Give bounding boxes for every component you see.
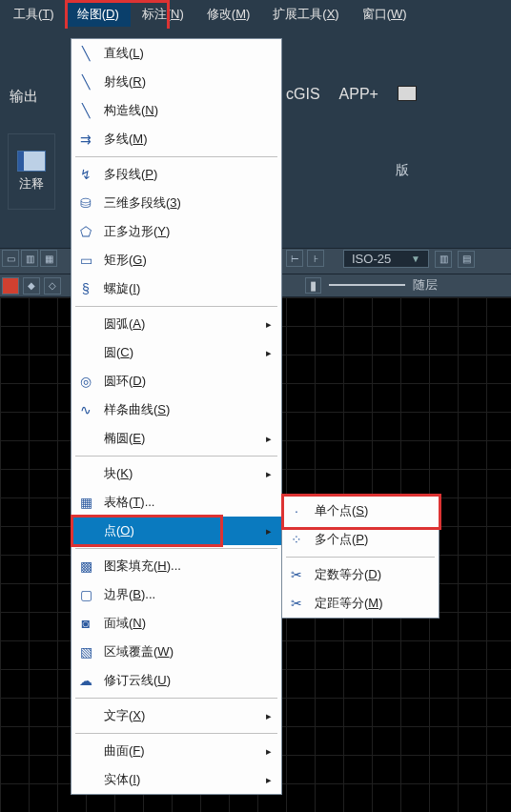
output-tab-label[interactable]: 输出 [10, 88, 38, 106]
wipeout-icon: ▧ [77, 643, 94, 660]
menu-helix[interactable]: §螺旋(I) [72, 274, 281, 303]
submenu-arrow-icon: ▸ [266, 468, 272, 480]
hatch-icon: ▩ [77, 558, 94, 575]
menu-ray-label: 射线(R) [104, 73, 272, 91]
polygon-icon: ⬠ [77, 223, 94, 240]
menu-polygon[interactable]: ⬠正多边形(Y) [72, 217, 281, 246]
menu-pline-label: 多段线(P) [104, 166, 272, 183]
point-submenu: ·单个点(S) ⁘多个点(P) ✂定数等分(D) ✂定距等分(M) [281, 496, 439, 619]
tab-cgis[interactable]: cGIS [286, 86, 320, 103]
submenu-measure-label: 定距等分(M) [315, 595, 429, 612]
layer-icon-2[interactable]: ◆ [23, 277, 40, 294]
menu-window[interactable]: 窗口(W) [351, 2, 419, 27]
menu-helix-label: 螺旋(I) [104, 280, 272, 297]
menu-arc[interactable]: 圆弧(A)▸ [72, 310, 281, 338]
menu-extensions[interactable]: 扩展工具(X) [261, 2, 350, 27]
menu-xline[interactable]: ╲构造线(N) [72, 96, 281, 125]
linetype-row[interactable]: ▮ 随层 [305, 276, 438, 294]
menu-polygon-label: 正多边形(Y) [104, 223, 272, 240]
xline-icon: ╲ [77, 102, 94, 119]
submenu-divide[interactable]: ✂定数等分(D) [282, 560, 439, 589]
chevron-down-icon: ▼ [411, 254, 420, 264]
menu-block[interactable]: 块(K)▸ [72, 459, 281, 488]
menu-wipeout[interactable]: ▧区域覆盖(W) [72, 638, 281, 666]
menu-block-label: 块(K) [104, 465, 256, 482]
submenu-measure[interactable]: ✂定距等分(M) [282, 589, 439, 618]
donut-icon: ◎ [77, 373, 94, 390]
pline3d-icon: ⛁ [77, 194, 94, 212]
menu-ellipse[interactable]: 椭圆(E)▸ [72, 424, 281, 453]
tool-icon-right-1[interactable]: ▥ [435, 251, 452, 268]
submenu-multiple-point[interactable]: ⁘多个点(P) [282, 525, 439, 554]
tab-app-plus[interactable]: APP+ [339, 86, 378, 103]
pline-icon: ↯ [77, 166, 94, 183]
tool-icon-3[interactable]: ▦ [40, 250, 57, 267]
menu-surface-label: 曲面(F) [104, 742, 256, 760]
menu-hatch-label: 图案填充(H)... [104, 558, 272, 575]
menu-line[interactable]: ╲直线(L) [72, 39, 281, 68]
submenu-divide-label: 定数等分(D) [315, 566, 429, 583]
menu-donut-label: 圆环(D) [104, 373, 272, 390]
menu-boundary[interactable]: ▢边界(B)... [72, 580, 281, 609]
line-icon: ╲ [77, 45, 94, 62]
menu-table[interactable]: ▦表格(T)... [72, 488, 281, 517]
menu-text[interactable]: 文字(X)▸ [72, 701, 281, 730]
region-icon: ◙ [77, 615, 94, 632]
single-point-icon: · [288, 502, 305, 519]
menu-annotate[interactable]: 标注(N) [131, 2, 195, 27]
submenu-single-point[interactable]: ·单个点(S) [282, 497, 439, 525]
dim-icon-1[interactable]: ⊢ [286, 250, 303, 267]
menu-rect-label: 矩形(G) [104, 252, 272, 269]
small-toolbar-icons: ▭ ▥ ▦ [2, 250, 57, 267]
menu-surface[interactable]: 曲面(F)▸ [72, 737, 281, 765]
annotation-label: 注释 [19, 175, 44, 193]
menu-modify[interactable]: 修改(M) [195, 2, 262, 27]
menu-separator [75, 698, 277, 699]
menu-region-label: 面域(N) [104, 615, 272, 632]
menu-separator [75, 306, 277, 307]
tool-icon-right-2[interactable]: ▤ [458, 251, 475, 268]
annotation-panel-button[interactable]: 注释 [8, 133, 55, 210]
right-tabs: cGIS APP+ [286, 86, 417, 103]
tool-icon-1[interactable]: ▭ [2, 250, 19, 267]
dimstyle-combo[interactable]: ISO-25 ▼ [343, 250, 429, 268]
menu-spline-label: 样条曲线(S) [104, 401, 272, 418]
submenu-multiple-label: 多个点(P) [315, 531, 429, 548]
panel-label: 版 [396, 162, 409, 179]
submenu-arrow-icon: ▸ [266, 745, 272, 758]
menu-rect[interactable]: ▭矩形(G) [72, 246, 281, 274]
menu-pline[interactable]: ↯多段线(P) [72, 160, 281, 189]
image-icon[interactable] [398, 86, 417, 101]
menu-revcloud-label: 修订云线(U) [104, 672, 272, 689]
menu-draw[interactable]: 绘图(D) [66, 2, 131, 27]
menu-arc-label: 圆弧(A) [104, 315, 256, 333]
menu-mline[interactable]: ⇉多线(M) [72, 125, 281, 153]
menu-solid-label: 实体(I) [104, 771, 256, 788]
revcloud-icon: ☁ [77, 672, 94, 689]
layer-color-icon[interactable] [2, 277, 19, 294]
menu-donut[interactable]: ◎圆环(D) [72, 367, 281, 396]
multi-point-icon: ⁘ [288, 531, 305, 548]
spline-icon: ∿ [77, 401, 94, 418]
menu-region[interactable]: ◙面域(N) [72, 609, 281, 638]
menu-tools[interactable]: 工具(T) [2, 2, 66, 27]
tool-icon-2[interactable]: ▥ [21, 250, 38, 267]
menu-pline3d[interactable]: ⛁三维多段线(3) [72, 189, 281, 217]
menu-spline[interactable]: ∿样条曲线(S) [72, 396, 281, 424]
menu-separator [286, 557, 435, 558]
dimstyle-value: ISO-25 [352, 252, 391, 266]
menu-hatch[interactable]: ▩图案填充(H)... [72, 552, 281, 580]
draw-dropdown: ╲直线(L) ╲射线(R) ╲构造线(N) ⇉多线(M) ↯多段线(P) ⛁三维… [71, 38, 282, 795]
menu-point[interactable]: 点(O)▸ [72, 517, 281, 545]
menu-revcloud[interactable]: ☁修订云线(U) [72, 666, 281, 695]
menu-circle[interactable]: 圆(C)▸ [72, 338, 281, 367]
submenu-single-label: 单个点(S) [315, 502, 429, 519]
menu-xline-label: 构造线(N) [104, 102, 272, 119]
layer-icon-3[interactable]: ◇ [44, 277, 61, 294]
line-preview [329, 284, 405, 286]
menu-solid[interactable]: 实体(I)▸ [72, 765, 281, 794]
table-icon: ▦ [77, 494, 94, 511]
submenu-arrow-icon: ▸ [266, 347, 272, 359]
menu-wipeout-label: 区域覆盖(W) [104, 643, 272, 660]
menu-ray[interactable]: ╲射线(R) [72, 68, 281, 96]
